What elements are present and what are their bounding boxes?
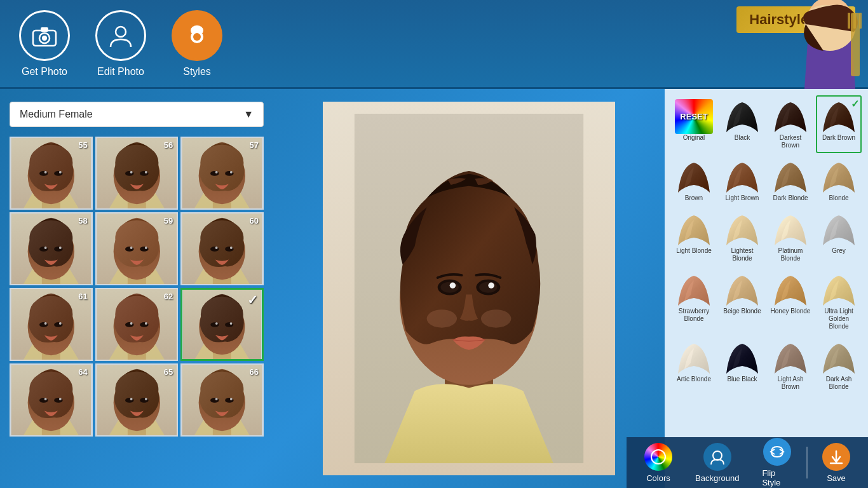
svg-point-72	[211, 322, 219, 327]
swatch-label-light-ash-brown: Light Ash Brown	[770, 376, 811, 391]
svg-point-89	[145, 398, 147, 400]
dropdown-container[interactable]: Medium Female ▼	[10, 102, 264, 127]
svg-point-86	[125, 398, 134, 403]
svg-point-45	[140, 247, 149, 252]
svg-point-109	[713, 451, 722, 460]
svg-point-79	[39, 398, 48, 403]
svg-point-33	[230, 171, 233, 173]
styles-label: Styles	[183, 66, 211, 78]
style-item[interactable]: 58	[10, 212, 93, 285]
colors-label: Colors	[646, 473, 670, 483]
svg-point-40	[59, 247, 62, 249]
color-swatch-blue-black[interactable]: Blue Black	[719, 337, 765, 395]
color-swatch-dark-brown[interactable]: Dark Brown ✓	[816, 95, 862, 153]
camera-icon	[19, 10, 70, 61]
style-item[interactable]: 60	[180, 212, 264, 285]
color-swatch-dark-blonde[interactable]: Dark Blonde	[768, 156, 813, 206]
svg-point-82	[59, 398, 62, 400]
style-item[interactable]: 66	[180, 363, 264, 437]
swatch-label-dark-blonde: Dark Blonde	[773, 194, 808, 202]
style-item[interactable]: 61	[10, 288, 93, 361]
color-swatch-light-brown[interactable]: Light Brown	[719, 156, 765, 206]
svg-point-73	[225, 322, 233, 327]
swatch-label-lightest-blonde: Lightest Blonde	[722, 247, 763, 262]
flip-icon	[763, 438, 791, 466]
svg-point-88	[130, 398, 132, 400]
style-item[interactable]: 65	[95, 363, 179, 437]
dropdown-arrow-icon: ▼	[243, 109, 254, 120]
background-label: Background	[695, 473, 739, 483]
color-swatch-grey[interactable]: Grey	[816, 208, 862, 266]
color-swatch-strawberry-blonde[interactable]: Strawberry Blonde	[671, 269, 717, 334]
flip-style-button[interactable]: Flip Style	[750, 433, 803, 488]
hair-icon	[172, 10, 222, 61]
styles-panel: Medium Female ▼	[0, 89, 273, 488]
get-photo-label: Get Photo	[22, 66, 67, 78]
style-item[interactable]: 57	[180, 137, 264, 210]
svg-point-80	[54, 398, 63, 403]
svg-point-108	[651, 450, 665, 464]
toolbar-divider	[806, 447, 808, 478]
color-swatch-lightest-blonde[interactable]: Lightest Blonde	[719, 208, 765, 266]
svg-point-81	[44, 398, 47, 400]
style-item[interactable]: 55	[10, 137, 93, 210]
svg-point-37	[39, 247, 48, 252]
svg-point-3	[42, 36, 47, 41]
svg-point-96	[230, 398, 233, 400]
save-button[interactable]: Save	[811, 438, 862, 488]
nav-styles[interactable]: Styles	[172, 10, 222, 78]
svg-point-66	[140, 322, 149, 327]
color-swatch-honey-blonde[interactable]: Honey Blonde	[768, 269, 813, 334]
nav-get-photo[interactable]: Get Photo	[19, 10, 70, 78]
style-item[interactable]: 56	[95, 137, 179, 210]
background-button[interactable]: Background	[684, 438, 750, 488]
swatch-label-light-blonde: Light Blonde	[676, 247, 712, 255]
swatch-label-strawberry-blonde: Strawberry Blonde	[674, 308, 714, 323]
color-swatches-grid: RESET Original Black	[671, 95, 862, 395]
color-swatch-beige-blonde[interactable]: Beige Blonde	[719, 269, 765, 334]
color-swatch-ultra-light-golden-blonde[interactable]: Ultra Light Golden Blonde	[816, 269, 862, 334]
svg-point-24	[140, 171, 149, 176]
svg-point-94	[225, 398, 234, 403]
save-icon	[822, 443, 850, 471]
color-swatch-darkest-brown[interactable]: Darkest Brown	[768, 95, 813, 153]
color-swatch-original[interactable]: RESET Original	[671, 95, 717, 153]
nav-edit-photo[interactable]: Edit Photo	[95, 10, 146, 78]
color-swatch-brown[interactable]: Brown	[671, 156, 717, 206]
background-icon	[703, 443, 731, 471]
colors-button[interactable]: Colors	[633, 438, 684, 488]
color-swatch-light-blonde[interactable]: Light Blonde	[671, 208, 717, 266]
svg-point-17	[54, 171, 63, 176]
svg-point-61	[59, 322, 62, 325]
style-category-dropdown[interactable]: Medium Female ▼	[10, 102, 264, 127]
style-item[interactable]: 59	[95, 212, 179, 285]
svg-point-26	[145, 171, 147, 173]
style-item[interactable]: ✓	[180, 288, 264, 361]
svg-point-68	[145, 322, 147, 325]
svg-point-93	[210, 398, 219, 403]
color-swatch-artic-blonde[interactable]: Artic Blonde	[671, 337, 717, 395]
style-item[interactable]: 62	[95, 288, 179, 361]
svg-point-102	[440, 282, 458, 293]
svg-point-65	[125, 322, 134, 327]
svg-rect-11	[853, 13, 856, 29]
svg-rect-2	[41, 27, 48, 32]
svg-point-75	[230, 322, 233, 325]
preview-frame	[323, 102, 615, 475]
color-swatch-blonde[interactable]: Blonde	[816, 156, 862, 206]
style-item[interactable]: 64	[10, 363, 93, 437]
svg-point-31	[225, 171, 234, 176]
svg-point-32	[215, 171, 218, 173]
color-swatch-dark-ash-blonde[interactable]: Dark Ash Blonde	[816, 337, 862, 395]
color-swatch-black[interactable]: Black	[719, 95, 765, 153]
swatch-label-blonde: Blonde	[829, 194, 848, 202]
svg-point-95	[215, 398, 218, 400]
swatch-label-dark-brown: Dark Brown	[822, 134, 855, 142]
svg-point-23	[125, 171, 134, 176]
svg-point-67	[130, 322, 132, 325]
swatch-label-original: Original	[683, 134, 705, 142]
color-swatch-platinum-blonde[interactable]: Platinum Blonde	[768, 208, 813, 266]
svg-point-105	[488, 283, 494, 288]
svg-point-47	[145, 247, 147, 249]
color-swatch-light-ash-brown[interactable]: Light Ash Brown	[768, 337, 813, 395]
